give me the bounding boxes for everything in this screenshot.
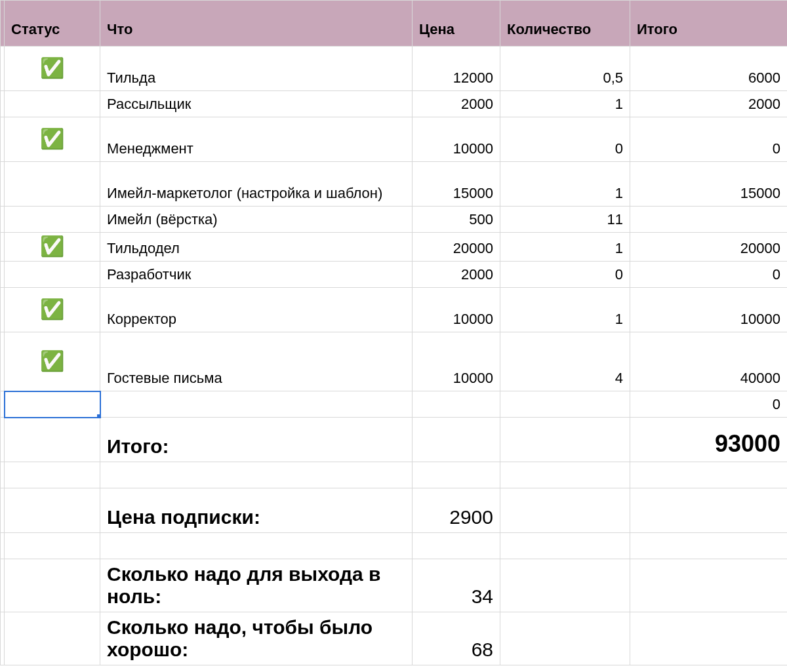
metric-label[interactable]: Сколько надо для выхода в ноль: xyxy=(100,559,413,612)
cell-what[interactable]: Корректор xyxy=(100,288,413,332)
cell-what[interactable]: Имейл (вёрстка) xyxy=(100,207,413,233)
cell-status[interactable] xyxy=(5,91,100,117)
cell-total[interactable]: 0 xyxy=(630,262,788,288)
cell-status[interactable]: ✅ xyxy=(5,332,100,391)
cell-total[interactable]: 10000 xyxy=(630,288,788,332)
cell-qty[interactable]: 1 xyxy=(500,91,630,117)
cell[interactable] xyxy=(500,488,630,533)
cell-price[interactable]: 10000 xyxy=(413,288,500,332)
cell-status[interactable]: ✅ xyxy=(5,47,100,91)
cell[interactable] xyxy=(630,612,788,665)
cell-total[interactable]: 0 xyxy=(630,391,788,418)
header-row: Статус Что Цена Количество Итого xyxy=(1,1,788,47)
metric-row: Сколько надо, чтобы было хорошо:68 xyxy=(1,612,788,665)
grand-total-value[interactable]: 93000 xyxy=(630,418,788,462)
table-row: ✅Тильда120000,56000 xyxy=(1,47,788,91)
cell-qty[interactable]: 0 xyxy=(500,117,630,162)
table-row: Разработчик200000 xyxy=(1,262,788,288)
table-row: Рассыльщик200012000 xyxy=(1,91,788,117)
cell-total[interactable] xyxy=(630,207,788,233)
cell-price[interactable]: 2000 xyxy=(413,91,500,117)
col-header-total[interactable]: Итого xyxy=(630,1,788,47)
cell-status[interactable]: ✅ xyxy=(5,288,100,332)
cell-price[interactable]: 500 xyxy=(413,207,500,233)
cell-total[interactable]: 6000 xyxy=(630,47,788,91)
cell[interactable] xyxy=(413,418,500,462)
grand-total-row: Итого: 93000 xyxy=(1,418,788,462)
table-row: ✅Корректор10000110000 xyxy=(1,288,788,332)
cell-total[interactable]: 15000 xyxy=(630,162,788,207)
col-header-price[interactable]: Цена xyxy=(413,1,500,47)
table-row: Имейл (вёрстка)50011 xyxy=(1,207,788,233)
cell-price[interactable]: 20000 xyxy=(413,233,500,262)
check-icon: ✅ xyxy=(40,128,64,149)
check-icon: ✅ xyxy=(40,298,64,320)
cell-status[interactable] xyxy=(5,162,100,207)
check-icon: ✅ xyxy=(40,235,64,257)
cell[interactable] xyxy=(630,488,788,533)
table-row: ✅Тильдодел20000120000 xyxy=(1,233,788,262)
cell-what[interactable]: Тильда xyxy=(100,47,413,91)
col-header-qty[interactable]: Количество xyxy=(500,1,630,47)
cell[interactable] xyxy=(5,488,100,533)
cell-qty[interactable]: 1 xyxy=(500,162,630,207)
metric-row: Сколько надо для выхода в ноль:34 xyxy=(1,559,788,612)
cell[interactable] xyxy=(500,559,630,612)
cell[interactable] xyxy=(5,559,100,612)
cell-price[interactable]: 2000 xyxy=(413,262,500,288)
cell-total[interactable]: 0 xyxy=(630,117,788,162)
metric-label[interactable]: Цена подписки: xyxy=(100,488,413,533)
grand-total-label[interactable]: Итого: xyxy=(100,418,413,462)
spacer-row xyxy=(1,462,788,488)
cell-status[interactable]: ✅ xyxy=(5,117,100,162)
cell-what[interactable]: Имейл-маркетолог (настройка и шаблон) xyxy=(100,162,413,207)
cell-what[interactable]: Менеджмент xyxy=(100,117,413,162)
cell-status[interactable] xyxy=(5,207,100,233)
cell-price[interactable]: 15000 xyxy=(413,162,500,207)
cell[interactable] xyxy=(413,391,500,418)
metric-value[interactable]: 2900 xyxy=(413,488,500,533)
cell-what[interactable]: Разработчик xyxy=(100,262,413,288)
cell-qty[interactable]: 11 xyxy=(500,207,630,233)
cell-what[interactable]: Тильдодел xyxy=(100,233,413,262)
cell-what[interactable]: Рассыльщик xyxy=(100,91,413,117)
cell-qty[interactable]: 1 xyxy=(500,288,630,332)
selected-cell[interactable] xyxy=(5,391,100,418)
cell-qty[interactable]: 0,5 xyxy=(500,47,630,91)
cell[interactable] xyxy=(5,418,100,462)
table-row: ✅Гостевые письма10000440000 xyxy=(1,332,788,391)
metric-value[interactable]: 68 xyxy=(413,612,500,665)
table-row: Имейл-маркетолог (настройка и шаблон)150… xyxy=(1,162,788,207)
cell-qty[interactable]: 1 xyxy=(500,233,630,262)
cell[interactable] xyxy=(100,391,413,418)
cell-total[interactable]: 2000 xyxy=(630,91,788,117)
cell-qty[interactable]: 4 xyxy=(500,332,630,391)
cell[interactable] xyxy=(500,418,630,462)
cell[interactable] xyxy=(5,612,100,665)
cell[interactable] xyxy=(630,559,788,612)
cell-price[interactable]: 12000 xyxy=(413,47,500,91)
cell-qty[interactable]: 0 xyxy=(500,262,630,288)
metric-value[interactable]: 34 xyxy=(413,559,500,612)
col-header-status[interactable]: Статус xyxy=(5,1,100,47)
cell-price[interactable]: 10000 xyxy=(413,117,500,162)
metric-row: Цена подписки:2900 xyxy=(1,488,788,533)
budget-spreadsheet[interactable]: Статус Что Цена Количество Итого ✅Тильда… xyxy=(0,0,787,665)
cell-total[interactable]: 40000 xyxy=(630,332,788,391)
cell-what[interactable]: Гостевые письма xyxy=(100,332,413,391)
cell-price[interactable]: 10000 xyxy=(413,332,500,391)
metric-label[interactable]: Сколько надо, чтобы было хорошо: xyxy=(100,612,413,665)
cell[interactable] xyxy=(500,612,630,665)
cell[interactable] xyxy=(500,391,630,418)
check-icon: ✅ xyxy=(40,57,64,79)
check-icon: ✅ xyxy=(40,350,64,372)
cell-total[interactable]: 20000 xyxy=(630,233,788,262)
cell-status[interactable] xyxy=(5,262,100,288)
zero-row: 0 xyxy=(1,391,788,418)
spacer-row xyxy=(1,533,788,559)
cell-status[interactable]: ✅ xyxy=(5,233,100,262)
col-header-what[interactable]: Что xyxy=(100,1,413,47)
table-row: ✅Менеджмент1000000 xyxy=(1,117,788,162)
